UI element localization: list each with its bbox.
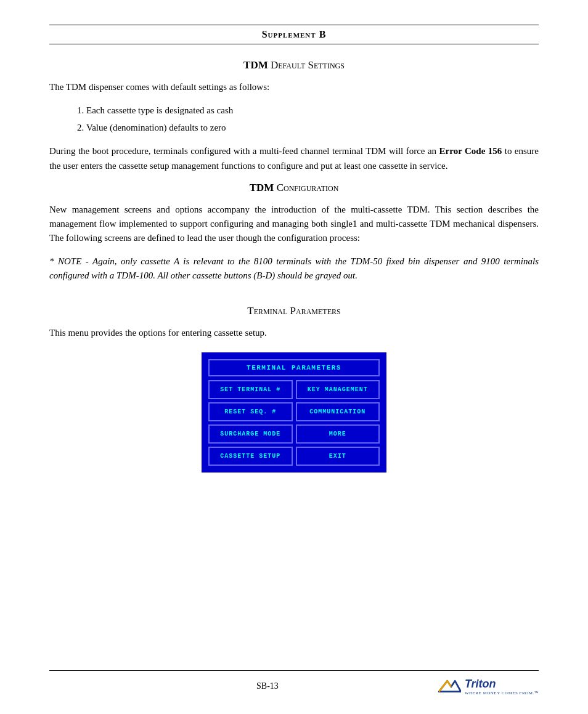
triton-brand-name: Triton — [465, 678, 496, 691]
tdm-default-heading-text: TDM Default Settings — [243, 59, 345, 71]
supplement-header: Supplement B — [49, 29, 539, 40]
triton-tagline: WHERE MONEY COMES FROM.™ — [465, 691, 539, 696]
supplement-title: Supplement B — [262, 29, 327, 39]
communication-button[interactable]: COMMUNICATION — [296, 402, 380, 421]
tdm-default-list: Each cassette type is designated as cash… — [86, 103, 539, 136]
footer-page-number: SB-13 — [99, 681, 436, 691]
tdm-default-body: During the boot procedure, terminals con… — [49, 144, 539, 173]
list-item: Each cassette type is designated as cash — [86, 103, 539, 119]
tdm-config-body1: New management screens and options accom… — [49, 203, 539, 246]
tdm-default-intro: The TDM dispenser comes with default set… — [49, 80, 539, 94]
surcharge-mode-button[interactable]: SURCHARGE MODE — [208, 424, 293, 444]
ui-title-bar: TERMINAL PARAMETERS — [208, 359, 380, 376]
exit-button[interactable]: EXIT — [296, 447, 380, 466]
cassette-setup-button[interactable]: CASSETTE SETUP — [208, 447, 293, 466]
page: Supplement B TDM Default Settings The TD… — [0, 0, 588, 714]
key-management-button[interactable]: KEY MANAGEMENT — [296, 380, 380, 399]
error-code: Error Code 156 — [439, 146, 502, 156]
set-terminal-button[interactable]: SET TERMINAL # — [208, 380, 293, 399]
terminal-params-ui-box: TERMINAL PARAMETERS SET TERMINAL # KEY M… — [202, 352, 386, 473]
terminal-params-section: Terminal Parameters This menu provides t… — [49, 305, 539, 473]
footer: SB-13 Triton WHERE MONEY COMES FROM.™ — [49, 670, 539, 696]
list-item: Value (denomination) defaults to zero — [86, 120, 539, 136]
tdm-config-heading: TDM Configuration — [49, 182, 539, 194]
more-button[interactable]: MORE — [296, 424, 380, 444]
reset-seq-button[interactable]: RESET SEQ. # — [208, 402, 293, 421]
tdm-config-note: * NOTE - Again, only cassette A is relev… — [49, 254, 539, 283]
tdm-config-heading-text: TDM Configuration — [250, 182, 339, 193]
triton-logo-icon — [436, 677, 461, 696]
footer-rule — [49, 670, 539, 671]
footer-content: SB-13 Triton WHERE MONEY COMES FROM.™ — [49, 677, 539, 696]
header-rule — [49, 44, 539, 44]
terminal-params-intro: This menu provides the options for enter… — [49, 326, 539, 340]
terminal-params-heading: Terminal Parameters — [49, 305, 539, 317]
footer-logo: Triton WHERE MONEY COMES FROM.™ — [436, 677, 539, 696]
ui-button-grid: SET TERMINAL # KEY MANAGEMENT RESET SEQ.… — [208, 380, 380, 466]
triton-logo-text: Triton WHERE MONEY COMES FROM.™ — [465, 678, 539, 696]
tdm-default-heading: TDM Default Settings — [49, 59, 539, 71]
top-rule — [49, 25, 539, 25]
